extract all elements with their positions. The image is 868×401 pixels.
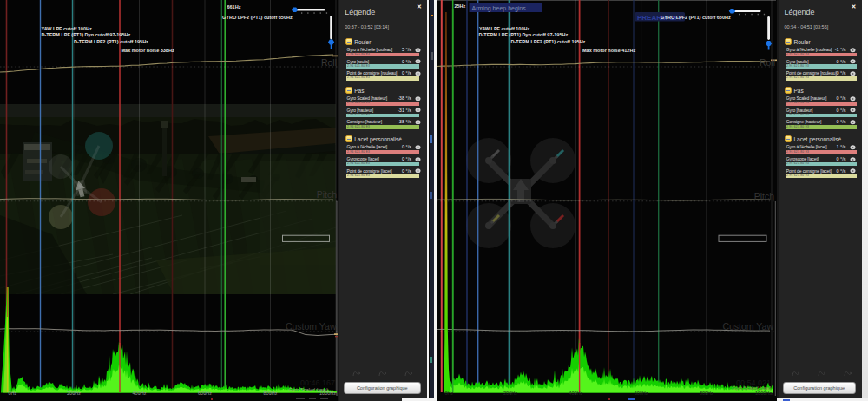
svg-text:Roll: Roll <box>321 57 337 68</box>
svg-text:D-TERM LPF (PT1) Dyn cutoff 97: D-TERM LPF (PT1) Dyn cutoff 97-195Hz <box>42 32 131 37</box>
svg-text:Pitch: Pitch <box>317 189 338 200</box>
svg-text:Roll: Roll <box>760 57 775 68</box>
svg-text:800Hz: 800Hz <box>264 391 278 396</box>
svg-text:GYRO LPF2 (PT1) cutoff 650Hz: GYRO LPF2 (PT1) cutoff 650Hz <box>222 15 293 20</box>
svg-text:400Hz: 400Hz <box>569 391 582 396</box>
svg-text:661Hz: 661Hz <box>227 4 241 10</box>
svg-text:D-TERM LPF2 (PT1) cutoff 195Hz: D-TERM LPF2 (PT1) cutoff 195Hz <box>511 39 586 44</box>
svg-text:25Hz: 25Hz <box>455 3 466 9</box>
svg-text:GYRO LPF2 (PT1) cutoff 650Hz: GYRO LPF2 (PT1) cutoff 650Hz <box>661 15 731 20</box>
svg-text:1000Hz: 1000Hz <box>755 391 772 396</box>
svg-text:1000Hz: 1000Hz <box>319 391 336 396</box>
svg-text:Custom Yaw: Custom Yaw <box>722 321 773 332</box>
svg-text:Max motor noise 412Hz: Max motor noise 412Hz <box>582 48 635 53</box>
svg-text:Max motor noise 338Hz: Max motor noise 338Hz <box>122 48 174 53</box>
svg-text:Custom Yaw: Custom Yaw <box>286 321 337 332</box>
svg-text:YAW LPF cutoff 100Hz: YAW LPF cutoff 100Hz <box>479 26 529 31</box>
svg-text:YAW LPF cutoff 100Hz: YAW LPF cutoff 100Hz <box>42 26 92 31</box>
svg-text:200Hz: 200Hz <box>67 391 81 396</box>
svg-text:600Hz: 600Hz <box>635 391 648 396</box>
svg-text:Pitch: Pitch <box>754 191 775 201</box>
svg-text:800Hz: 800Hz <box>700 391 713 396</box>
svg-text:00:46.167: 00:46.167 <box>300 378 335 387</box>
svg-text:0Hz: 0Hz <box>9 391 17 396</box>
svg-text:D-TERM LPF (PT1) Dyn cutoff 97: D-TERM LPF (PT1) Dyn cutoff 97-195Hz <box>479 32 569 37</box>
svg-text:D-TERM LPF2 (PT1) cutoff 195Hz: D-TERM LPF2 (PT1) cutoff 195Hz <box>74 39 148 44</box>
svg-text:200Hz: 200Hz <box>503 391 517 396</box>
svg-text:600Hz: 600Hz <box>198 391 212 396</box>
svg-text:0Hz: 0Hz <box>445 391 454 396</box>
svg-text:400Hz: 400Hz <box>133 391 147 396</box>
svg-text:Arming beep begins: Arming beep begins <box>472 5 527 12</box>
